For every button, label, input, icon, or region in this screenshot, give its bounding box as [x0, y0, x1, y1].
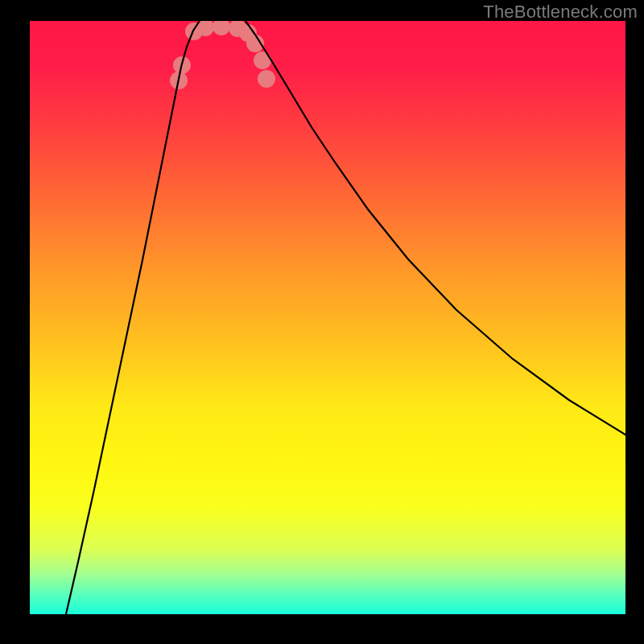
curve-right: [246, 21, 625, 435]
watermark-label: TheBottleneck.com: [483, 2, 638, 23]
chart-frame: TheBottleneck.com: [0, 0, 644, 644]
data-marker: [254, 52, 271, 69]
chart-svg: [30, 21, 625, 614]
curve-left: [66, 21, 200, 614]
data-marker: [213, 21, 230, 35]
data-marker: [258, 70, 275, 88]
marker-group: [170, 21, 275, 89]
plot-area: [30, 21, 625, 614]
